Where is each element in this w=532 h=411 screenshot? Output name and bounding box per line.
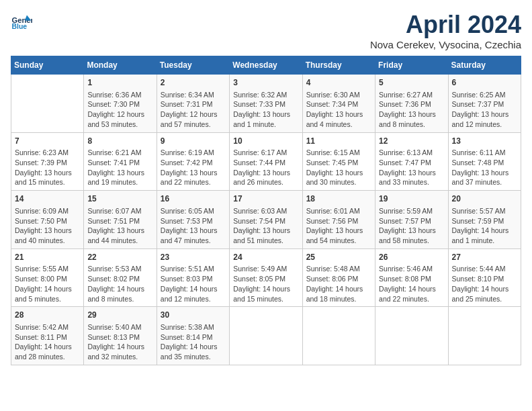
day-number: 18 xyxy=(306,193,371,205)
day-number: 9 xyxy=(161,136,226,147)
calendar-cell: 8Sunrise: 6:21 AM Sunset: 7:41 PM Daylig… xyxy=(84,132,157,191)
day-info: Sunrise: 5:44 AM Sunset: 8:10 PM Dayligh… xyxy=(452,264,517,304)
day-info: Sunrise: 5:51 AM Sunset: 8:03 PM Dayligh… xyxy=(161,264,226,304)
day-info: Sunrise: 6:23 AM Sunset: 7:39 PM Dayligh… xyxy=(15,148,80,187)
day-info: Sunrise: 6:32 AM Sunset: 7:33 PM Dayligh… xyxy=(233,90,298,130)
page-header: General Blue April 2024 Nova Cerekev, Vy… xyxy=(11,11,521,50)
day-number: 12 xyxy=(379,136,444,147)
calendar-cell: 25Sunrise: 5:48 AM Sunset: 8:06 PM Dayli… xyxy=(302,248,375,307)
logo: General Blue xyxy=(11,11,34,32)
calendar-cell: 24Sunrise: 5:49 AM Sunset: 8:05 PM Dayli… xyxy=(230,248,302,307)
day-info: Sunrise: 5:48 AM Sunset: 8:06 PM Dayligh… xyxy=(306,264,371,304)
header-day-tuesday: Tuesday xyxy=(157,56,229,75)
month-title: April 2024 xyxy=(370,11,521,39)
day-number: 6 xyxy=(452,77,517,89)
calendar-cell: 27Sunrise: 5:44 AM Sunset: 8:10 PM Dayli… xyxy=(448,248,521,307)
calendar-cell: 2Sunrise: 6:34 AM Sunset: 7:31 PM Daylig… xyxy=(157,75,229,133)
calendar-cell: 23Sunrise: 5:51 AM Sunset: 8:03 PM Dayli… xyxy=(157,248,229,307)
header-row: SundayMondayTuesdayWednesdayThursdayFrid… xyxy=(11,56,521,75)
day-number: 22 xyxy=(87,252,152,263)
day-info: Sunrise: 6:34 AM Sunset: 7:31 PM Dayligh… xyxy=(161,90,226,130)
day-info: Sunrise: 6:01 AM Sunset: 7:56 PM Dayligh… xyxy=(306,206,371,246)
calendar-cell: 4Sunrise: 6:30 AM Sunset: 7:34 PM Daylig… xyxy=(302,75,375,133)
location: Nova Cerekev, Vysocina, Czechia xyxy=(370,39,521,50)
day-number: 10 xyxy=(233,136,298,147)
calendar-cell: 20Sunrise: 5:57 AM Sunset: 7:59 PM Dayli… xyxy=(448,191,521,249)
calendar-cell: 9Sunrise: 6:19 AM Sunset: 7:42 PM Daylig… xyxy=(157,132,229,191)
header-day-wednesday: Wednesday xyxy=(230,56,302,75)
day-info: Sunrise: 6:21 AM Sunset: 7:41 PM Dayligh… xyxy=(87,148,152,187)
calendar-cell xyxy=(375,307,448,365)
calendar-cell: 11Sunrise: 6:15 AM Sunset: 7:45 PM Dayli… xyxy=(302,132,375,191)
day-info: Sunrise: 6:36 AM Sunset: 7:30 PM Dayligh… xyxy=(87,90,152,130)
day-number: 15 xyxy=(87,193,152,205)
day-number: 26 xyxy=(379,252,444,263)
calendar-week-row: 7Sunrise: 6:23 AM Sunset: 7:39 PM Daylig… xyxy=(11,132,521,191)
day-info: Sunrise: 5:46 AM Sunset: 8:08 PM Dayligh… xyxy=(379,264,444,304)
day-number: 7 xyxy=(15,136,80,147)
day-number: 4 xyxy=(306,77,371,89)
calendar-cell: 28Sunrise: 5:42 AM Sunset: 8:11 PM Dayli… xyxy=(11,307,84,365)
day-info: Sunrise: 5:59 AM Sunset: 7:57 PM Dayligh… xyxy=(379,206,444,246)
calendar-cell: 18Sunrise: 6:01 AM Sunset: 7:56 PM Dayli… xyxy=(302,191,375,249)
calendar-cell: 5Sunrise: 6:27 AM Sunset: 7:36 PM Daylig… xyxy=(375,75,448,133)
day-info: Sunrise: 5:42 AM Sunset: 8:11 PM Dayligh… xyxy=(15,322,80,362)
calendar-week-row: 21Sunrise: 5:55 AM Sunset: 8:00 PM Dayli… xyxy=(11,248,521,307)
calendar-cell xyxy=(448,307,521,365)
calendar-cell: 26Sunrise: 5:46 AM Sunset: 8:08 PM Dayli… xyxy=(375,248,448,307)
day-number: 3 xyxy=(233,77,298,89)
day-info: Sunrise: 6:05 AM Sunset: 7:53 PM Dayligh… xyxy=(161,206,226,246)
day-number: 29 xyxy=(87,310,152,321)
day-info: Sunrise: 6:03 AM Sunset: 7:54 PM Dayligh… xyxy=(233,206,298,246)
calendar-cell: 3Sunrise: 6:32 AM Sunset: 7:33 PM Daylig… xyxy=(230,75,302,133)
day-info: Sunrise: 6:30 AM Sunset: 7:34 PM Dayligh… xyxy=(306,90,371,130)
day-info: Sunrise: 6:11 AM Sunset: 7:48 PM Dayligh… xyxy=(452,148,517,187)
day-number: 20 xyxy=(452,193,517,205)
day-number: 23 xyxy=(161,252,226,263)
day-number: 2 xyxy=(161,77,226,89)
day-info: Sunrise: 5:49 AM Sunset: 8:05 PM Dayligh… xyxy=(233,264,298,304)
day-info: Sunrise: 6:13 AM Sunset: 7:47 PM Dayligh… xyxy=(379,148,444,187)
day-number: 11 xyxy=(306,136,371,147)
calendar-cell: 6Sunrise: 6:25 AM Sunset: 7:37 PM Daylig… xyxy=(448,75,521,133)
calendar-cell: 12Sunrise: 6:13 AM Sunset: 7:47 PM Dayli… xyxy=(375,132,448,191)
day-number: 16 xyxy=(161,193,226,205)
calendar-cell: 14Sunrise: 6:09 AM Sunset: 7:50 PM Dayli… xyxy=(11,191,84,249)
header-day-friday: Friday xyxy=(375,56,448,75)
day-number: 5 xyxy=(379,77,444,89)
calendar-cell: 15Sunrise: 6:07 AM Sunset: 7:51 PM Dayli… xyxy=(84,191,157,249)
title-block: April 2024 Nova Cerekev, Vysocina, Czech… xyxy=(370,11,521,50)
logo-icon: General Blue xyxy=(11,11,32,32)
day-info: Sunrise: 6:09 AM Sunset: 7:50 PM Dayligh… xyxy=(15,206,80,246)
calendar-cell: 30Sunrise: 5:38 AM Sunset: 8:14 PM Dayli… xyxy=(157,307,229,365)
day-number: 8 xyxy=(87,136,152,147)
calendar-cell: 16Sunrise: 6:05 AM Sunset: 7:53 PM Dayli… xyxy=(157,191,229,249)
calendar-week-row: 14Sunrise: 6:09 AM Sunset: 7:50 PM Dayli… xyxy=(11,191,521,249)
day-info: Sunrise: 5:53 AM Sunset: 8:02 PM Dayligh… xyxy=(87,264,152,304)
calendar-table: SundayMondayTuesdayWednesdayThursdayFrid… xyxy=(11,56,521,365)
day-info: Sunrise: 6:17 AM Sunset: 7:44 PM Dayligh… xyxy=(233,148,298,187)
calendar-cell: 7Sunrise: 6:23 AM Sunset: 7:39 PM Daylig… xyxy=(11,132,84,191)
calendar-cell: 21Sunrise: 5:55 AM Sunset: 8:00 PM Dayli… xyxy=(11,248,84,307)
svg-text:Blue: Blue xyxy=(12,23,28,30)
calendar-cell: 1Sunrise: 6:36 AM Sunset: 7:30 PM Daylig… xyxy=(84,75,157,133)
calendar-cell: 22Sunrise: 5:53 AM Sunset: 8:02 PM Dayli… xyxy=(84,248,157,307)
day-number: 30 xyxy=(161,310,226,321)
day-number: 17 xyxy=(233,193,298,205)
day-info: Sunrise: 6:27 AM Sunset: 7:36 PM Dayligh… xyxy=(379,90,444,130)
day-number: 25 xyxy=(306,252,371,263)
day-info: Sunrise: 5:40 AM Sunset: 8:13 PM Dayligh… xyxy=(87,322,152,362)
calendar-cell xyxy=(302,307,375,365)
day-number: 24 xyxy=(233,252,298,263)
calendar-cell xyxy=(11,75,84,133)
day-info: Sunrise: 6:15 AM Sunset: 7:45 PM Dayligh… xyxy=(306,148,371,187)
header-day-thursday: Thursday xyxy=(302,56,375,75)
day-number: 27 xyxy=(452,252,517,263)
day-number: 13 xyxy=(452,136,517,147)
day-number: 14 xyxy=(15,193,80,205)
header-day-saturday: Saturday xyxy=(448,56,521,75)
calendar-cell: 29Sunrise: 5:40 AM Sunset: 8:13 PM Dayli… xyxy=(84,307,157,365)
day-number: 28 xyxy=(15,310,80,321)
calendar-week-row: 1Sunrise: 6:36 AM Sunset: 7:30 PM Daylig… xyxy=(11,75,521,133)
day-info: Sunrise: 5:57 AM Sunset: 7:59 PM Dayligh… xyxy=(452,206,517,246)
